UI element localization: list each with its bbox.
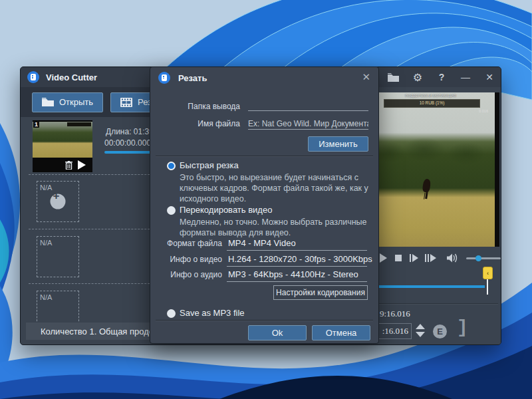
add-clip-button[interactable]: + (51, 194, 66, 209)
clip-thumbnail[interactable]: 1 (33, 120, 92, 172)
audio-info-value[interactable]: MP3 - 64Kbps - 44100Hz - Stereo (228, 269, 358, 279)
dialog-separator (156, 156, 373, 156)
volume-icon[interactable] (447, 253, 458, 263)
time-stepper[interactable] (416, 324, 425, 337)
desktop: Video Cutter ⚙ ? — ✕ Открыть (0, 0, 532, 399)
player-divider (362, 303, 498, 304)
video-frame: ПОДДЕРЖКА И МОТИВАЦИЯ 10 RUB (1%) 0.016 (366, 92, 495, 247)
video-overlay-note: 0.016 (479, 109, 488, 113)
output-folder-label: Папка вывода (188, 102, 240, 111)
timeline[interactable]: ‹ (361, 268, 501, 305)
video-overlay-caption: ПОДДЕРЖКА И МОТИВАЦИЯ (387, 94, 474, 98)
fast-cut-description: Это быстро, но вырезание будет начинатьс… (180, 172, 374, 204)
filename-field[interactable]: Ex: Nat Geo Wild. Мир Документальных Ф (248, 118, 368, 130)
help-icon[interactable]: ? (436, 72, 448, 82)
playback-controls (361, 248, 501, 268)
minimize-icon[interactable]: — (460, 72, 471, 82)
open-button[interactable]: Открыть (32, 92, 103, 112)
timeline-cursor[interactable] (487, 277, 488, 295)
thumbnail-image (33, 122, 92, 158)
clip-placeholder-3[interactable]: N/A (37, 291, 79, 325)
window-title: Video Cutter (46, 72, 97, 82)
video-info-value[interactable]: H.264 - 1280x720 - 30fps - 3000Kbps (228, 254, 372, 264)
dialog-logo-icon (158, 72, 170, 84)
delete-clip-icon[interactable] (65, 161, 72, 170)
folder-icon (42, 98, 54, 106)
volume-slider[interactable] (466, 257, 501, 259)
video-info-underline (227, 266, 367, 267)
dialog-footer-separator (156, 320, 373, 321)
ok-button[interactable]: Ok (248, 325, 307, 340)
format-value[interactable]: MP4 - MP4 Video (228, 238, 296, 248)
filename-label: Имя файла (198, 119, 240, 128)
stepper-down-icon[interactable] (416, 332, 425, 337)
fast-cut-label[interactable]: Быстрая резка (180, 160, 239, 170)
player-panel: ПОДДЕРЖКА И МОТИВАЦИЯ 10 RUB (1%) 0.016 (361, 87, 501, 344)
output-folder-field[interactable] (248, 99, 368, 111)
cancel-button[interactable]: Отмена (312, 325, 370, 340)
step-forward-icon[interactable] (410, 254, 418, 262)
thumbnail-toolbar (33, 158, 92, 172)
video-preview[interactable]: ПОДДЕРЖКА И МОТИВАЦИЯ 10 RUB (1%) 0.016 (365, 92, 499, 247)
dialog-close-icon[interactable]: ✕ (362, 71, 370, 83)
dialog-title: Резать (178, 73, 207, 83)
clip-index-badge: 1 (33, 121, 39, 128)
format-underline (227, 250, 367, 251)
format-label: Формат файла (167, 239, 222, 248)
clip-placeholder-2[interactable]: N/A (37, 236, 79, 277)
play-clip-icon[interactable] (78, 160, 86, 170)
open-folder-icon[interactable] (388, 73, 400, 82)
play-icon[interactable] (380, 253, 387, 263)
stop-icon[interactable] (395, 255, 402, 261)
video-info-label: Инфо о видео (170, 255, 222, 264)
app-logo-icon (27, 71, 39, 83)
filmstrip-icon (120, 98, 132, 107)
treeline (366, 136, 495, 192)
change-button[interactable]: Изменить (308, 136, 368, 152)
video-overlay-bar: 10 RUB (1%) (384, 99, 480, 108)
thumbnail-overlay (67, 122, 91, 126)
settings-gear-icon[interactable]: ⚙ (412, 71, 424, 84)
end-point-button[interactable]: E (433, 325, 447, 338)
close-window-icon[interactable]: ✕ (483, 72, 495, 82)
end-trim-marker[interactable]: ‹ (483, 267, 493, 279)
fast-forward-icon[interactable] (425, 254, 436, 262)
stepper-up-icon[interactable] (416, 324, 425, 329)
volume-slider-thumb[interactable] (475, 255, 481, 261)
reencode-radio[interactable] (167, 206, 176, 215)
reencode-label[interactable]: Перекодировать видео (180, 205, 272, 215)
clip-placeholder-1[interactable]: N/A + (37, 181, 79, 222)
dialog-titlebar: Резать (158, 72, 207, 84)
reencode-description: Медленно, но точно. Можно выбрать различ… (180, 217, 374, 238)
save-mp3-radio[interactable] (167, 309, 176, 318)
end-time-label: 9:16.016 (380, 309, 410, 319)
cut-dialog: Резать ✕ Папка вывода Имя файла Ex: Nat … (150, 66, 379, 344)
end-bracket-icon: ] (457, 317, 468, 338)
audio-info-underline (227, 281, 367, 282)
save-mp3-label[interactable]: Save as MP3 file (180, 308, 245, 318)
encoding-settings-button[interactable]: Настройки кодирования (273, 285, 368, 300)
fast-cut-radio[interactable] (167, 162, 176, 170)
audio-info-label: Инфо о аудио (170, 270, 222, 279)
